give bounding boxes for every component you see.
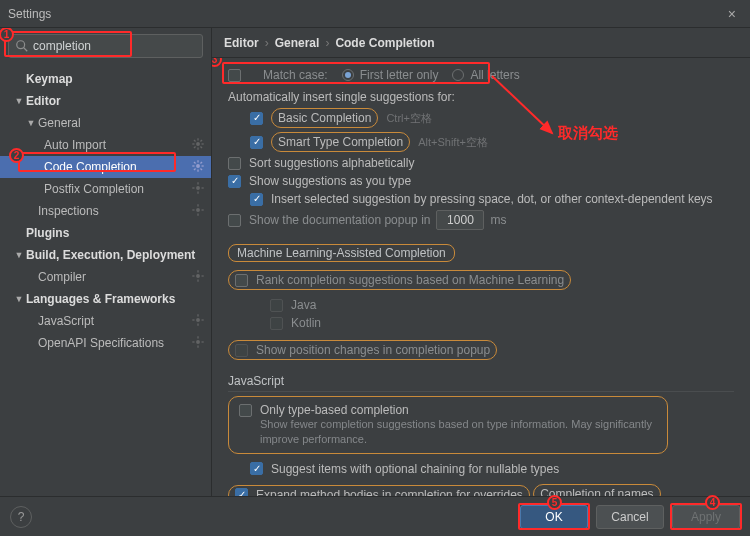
ml-rank-checkbox[interactable] xyxy=(235,274,248,287)
basic-completion-label: Basic Completion xyxy=(278,111,371,125)
search-icon xyxy=(15,39,29,53)
only-type-checkbox[interactable] xyxy=(239,404,252,417)
svg-line-10 xyxy=(200,139,202,141)
annotation-badge-3: 3 xyxy=(212,58,222,67)
completion-names-label: Completion of names xyxy=(540,487,653,496)
ml-header: Machine Learning-Assisted Completion xyxy=(228,244,455,262)
svg-line-16 xyxy=(194,161,196,163)
tree-compiler[interactable]: Compiler xyxy=(0,266,211,288)
js-header: JavaScript xyxy=(228,374,734,392)
show-doc-checkbox[interactable] xyxy=(228,214,241,227)
tree-bed[interactable]: ▼Build, Execution, Deployment xyxy=(0,244,211,266)
chevron-right-icon: › xyxy=(265,36,269,50)
ms-label: ms xyxy=(490,213,506,227)
gear-icon xyxy=(191,137,205,154)
ml-show-label: Show position changes in completion popu… xyxy=(256,343,490,357)
match-case-label: Match case: xyxy=(263,68,328,82)
sort-alpha-label: Sort suggestions alphabetically xyxy=(249,156,414,170)
show-as-type-label: Show suggestions as you type xyxy=(249,174,411,188)
svg-line-18 xyxy=(194,168,196,170)
svg-point-40 xyxy=(196,340,200,344)
smart-completion-checkbox[interactable] xyxy=(250,136,263,149)
match-case-row: Match case: First letter only All letter… xyxy=(228,68,734,82)
svg-point-35 xyxy=(196,318,200,322)
basic-shortcut: Ctrl+空格 xyxy=(386,111,432,126)
search-field[interactable] xyxy=(8,34,203,58)
all-letters-label: All letters xyxy=(470,68,519,82)
cancel-button[interactable]: Cancel xyxy=(596,505,664,529)
ml-kotlin-label: Kotlin xyxy=(291,316,321,330)
sort-alpha-checkbox[interactable] xyxy=(228,157,241,170)
ml-java-label: Java xyxy=(291,298,316,312)
gear-icon xyxy=(191,181,205,198)
show-as-type-checkbox[interactable] xyxy=(228,175,241,188)
show-doc-label: Show the documentation popup in xyxy=(249,213,430,227)
ml-java-checkbox[interactable] xyxy=(270,299,283,312)
gear-icon xyxy=(191,313,205,330)
close-icon[interactable]: × xyxy=(722,4,742,24)
ml-show-checkbox[interactable] xyxy=(235,344,248,357)
gear-icon xyxy=(191,203,205,220)
gear-icon xyxy=(191,335,205,352)
svg-line-8 xyxy=(200,146,202,148)
help-button[interactable]: ? xyxy=(10,506,32,528)
svg-point-20 xyxy=(196,186,200,190)
ml-kotlin-checkbox[interactable] xyxy=(270,317,283,330)
svg-point-11 xyxy=(196,164,200,168)
tree-openapi[interactable]: OpenAPI Specifications xyxy=(0,332,211,354)
suggest-optional-checkbox[interactable] xyxy=(250,462,263,475)
doc-delay-input[interactable] xyxy=(436,210,484,230)
tree-code-completion[interactable]: Code Completion xyxy=(0,156,211,178)
svg-point-0 xyxy=(17,41,25,49)
chevron-right-icon: › xyxy=(325,36,329,50)
gear-icon xyxy=(191,269,205,286)
tree-keymap[interactable]: Keymap xyxy=(0,68,211,90)
only-type-label: Only type-based completion xyxy=(260,403,409,417)
breadcrumb-general[interactable]: General xyxy=(275,36,320,50)
tree-general[interactable]: ▼General xyxy=(0,112,211,134)
settings-tree[interactable]: Keymap ▼Editor ▼General Auto Import Code… xyxy=(0,64,211,496)
svg-point-2 xyxy=(196,142,200,146)
ml-rank-label: Rank completion suggestions based on Mac… xyxy=(256,273,564,287)
suggest-optional-label: Suggest items with optional chaining for… xyxy=(271,462,559,476)
search-input[interactable] xyxy=(33,39,196,53)
insert-selected-label: Insert selected suggestion by pressing s… xyxy=(271,192,713,206)
tree-inspections[interactable]: Inspections xyxy=(0,200,211,222)
match-case-checkbox[interactable] xyxy=(228,69,241,82)
only-type-desc: Show fewer completion suggestions based … xyxy=(239,417,657,447)
smart-completion-label: Smart Type Completion xyxy=(278,135,403,149)
window-title: Settings xyxy=(8,7,51,21)
insert-selected-checkbox[interactable] xyxy=(250,193,263,206)
apply-button[interactable]: Apply xyxy=(672,505,740,529)
svg-line-19 xyxy=(200,161,202,163)
svg-line-9 xyxy=(194,146,196,148)
svg-point-25 xyxy=(196,208,200,212)
tree-js[interactable]: JavaScript xyxy=(0,310,211,332)
ok-button[interactable]: OK xyxy=(520,505,588,529)
gear-icon xyxy=(191,159,205,176)
tree-plugins[interactable]: Plugins xyxy=(0,222,211,244)
tree-auto-import[interactable]: Auto Import xyxy=(0,134,211,156)
tree-postfix[interactable]: Postfix Completion xyxy=(0,178,211,200)
svg-line-7 xyxy=(194,139,196,141)
expand-method-checkbox[interactable] xyxy=(235,488,248,496)
smart-shortcut: Alt+Shift+空格 xyxy=(418,135,488,150)
first-letter-radio[interactable] xyxy=(342,69,354,81)
tree-editor[interactable]: ▼Editor xyxy=(0,90,211,112)
all-letters-radio[interactable] xyxy=(452,69,464,81)
svg-line-1 xyxy=(24,48,28,52)
svg-line-17 xyxy=(200,168,202,170)
tree-lang[interactable]: ▼Languages & Frameworks xyxy=(0,288,211,310)
breadcrumb: Editor › General › Code Completion xyxy=(212,28,750,58)
breadcrumb-editor[interactable]: Editor xyxy=(224,36,259,50)
basic-completion-checkbox[interactable] xyxy=(250,112,263,125)
first-letter-label: First letter only xyxy=(360,68,439,82)
svg-point-30 xyxy=(196,274,200,278)
expand-method-label: Expand method bodies in completion for o… xyxy=(256,488,523,496)
breadcrumb-code-completion: Code Completion xyxy=(335,36,434,50)
auto-insert-label: Automatically insert single suggestions … xyxy=(228,90,734,104)
